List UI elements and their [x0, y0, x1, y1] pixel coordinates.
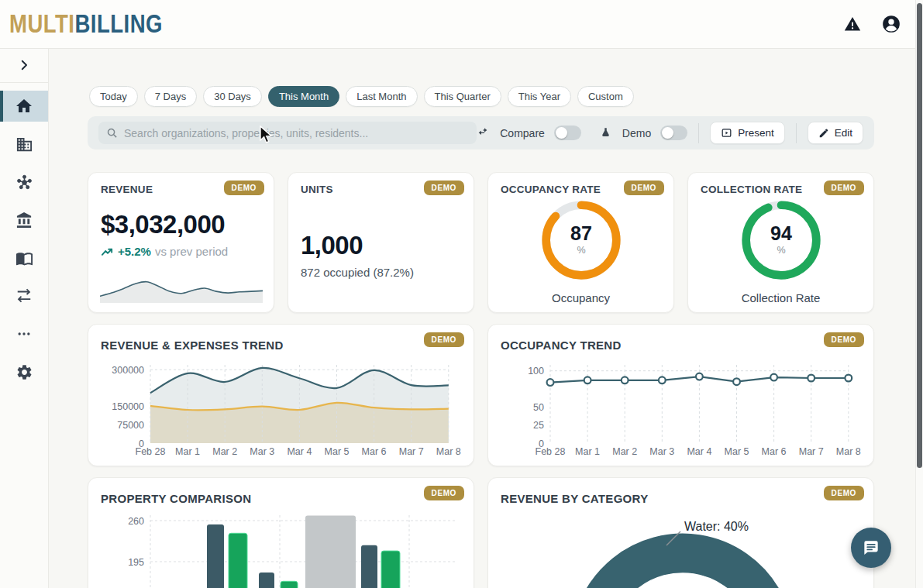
page-scrollbar: [915, 0, 923, 588]
filter-this-year[interactable]: This Year: [508, 86, 571, 107]
present-label: Present: [738, 127, 774, 139]
revenue-value: $3,032,000: [101, 210, 261, 239]
revenue-expenses-chart: 075000150000300000Feb 28Mar 1Mar 2Mar 3M…: [88, 359, 474, 461]
kpi-card-revenue: REVENUE DEMO $3,032,000 +5.2% vs prev pe…: [88, 172, 274, 313]
bank-icon: [15, 211, 33, 229]
chevron-right-icon: [17, 58, 31, 72]
svg-text:Mar 8: Mar 8: [436, 446, 461, 457]
sidebar-item-ledger[interactable]: [0, 242, 48, 273]
filter-7-days[interactable]: 7 Days: [144, 86, 197, 107]
search-box: [98, 122, 477, 144]
svg-text:Feb 28: Feb 28: [136, 446, 166, 457]
svg-text:Water: 40%: Water: 40%: [684, 520, 749, 533]
sidebar-item-home[interactable]: [0, 91, 48, 122]
revenue-by-category-card: REVENUE BY CATEGORY DEMO Water: 40%: [487, 477, 874, 588]
svg-text:Feb 28: Feb 28: [536, 446, 566, 457]
chart-title: REVENUE BY CATEGORY: [501, 492, 861, 505]
book-icon: [15, 249, 33, 267]
svg-text:300000: 300000: [112, 365, 144, 376]
filter-last-month[interactable]: Last Month: [346, 86, 417, 107]
svg-text:%: %: [777, 245, 785, 256]
svg-text:Mar 2: Mar 2: [612, 446, 637, 457]
alerts-button[interactable]: [842, 14, 863, 34]
svg-text:Mar 5: Mar 5: [725, 446, 749, 457]
edit-label: Edit: [835, 127, 852, 139]
svg-text:100: 100: [528, 366, 544, 377]
sidebar-divider: [0, 82, 48, 83]
home-icon: [15, 97, 33, 115]
sidebar-item-more[interactable]: [0, 318, 48, 349]
pencil-icon: [818, 128, 829, 139]
kpi-card-collection-rate: COLLECTION RATE DEMO 94 % Collection Rat…: [687, 172, 874, 313]
demo-badge: DEMO: [624, 181, 664, 195]
collection-gauge-label: Collection Rate: [688, 291, 873, 304]
svg-text:Mar 7: Mar 7: [799, 446, 824, 457]
svg-text:Mar 3: Mar 3: [250, 446, 274, 457]
filter-this-month[interactable]: This Month: [268, 86, 339, 107]
app-logo: MULTIBILLING: [9, 10, 163, 39]
compare-toggle-knob: [556, 127, 567, 139]
sidebar-item-organizations[interactable]: [0, 167, 48, 198]
kpi-row: REVENUE DEMO $3,032,000 +5.2% vs prev pe…: [88, 172, 874, 313]
main-content: Today 7 Days 30 Days This Month Last Mon…: [48, 48, 923, 588]
scrollbar-thumb[interactable]: [917, 3, 922, 468]
units-subtitle: 872 occupied (87.2%): [301, 266, 461, 279]
chat-icon: [861, 538, 881, 558]
svg-text:94: 94: [770, 222, 792, 244]
chat-fab-button[interactable]: [851, 528, 891, 568]
svg-text:25: 25: [533, 420, 544, 431]
filter-this-quarter[interactable]: This Quarter: [424, 86, 501, 107]
sidebar-expand-button[interactable]: [0, 48, 48, 82]
kpi-card-occupancy-rate: OCCUPANCY RATE DEMO 87 % Occupancy: [487, 172, 674, 313]
trend-caption: vs prev period: [155, 245, 228, 258]
logo-part-billing: BILLING: [74, 10, 163, 38]
edit-button[interactable]: Edit: [808, 122, 863, 144]
demo-toggle[interactable]: [660, 126, 687, 140]
property-comparison-chart: 260195: [88, 512, 474, 588]
sidebar-item-properties[interactable]: [0, 129, 48, 160]
filter-30-days[interactable]: 30 Days: [203, 86, 262, 107]
svg-text:Mar 4: Mar 4: [687, 446, 711, 457]
revenue-by-category-chart: Water: 40%: [488, 512, 873, 588]
date-range-filters: Today 7 Days 30 Days This Month Last Mon…: [89, 86, 634, 107]
present-icon: [721, 127, 732, 139]
compare-icon: [477, 127, 489, 139]
warning-triangle-icon: [843, 15, 862, 33]
filter-custom[interactable]: Custom: [577, 86, 634, 107]
demo-toggle-knob: [662, 127, 673, 139]
svg-text:%: %: [577, 245, 585, 256]
compare-label: Compare: [500, 127, 545, 139]
chart-title: REVENUE & EXPENSES TREND: [101, 339, 461, 352]
present-button[interactable]: Present: [710, 122, 785, 144]
sidebar-item-banking[interactable]: [0, 205, 48, 236]
units-value: 1,000: [301, 231, 461, 260]
svg-text:Mar 6: Mar 6: [762, 446, 787, 457]
search-icon: [106, 127, 118, 139]
demo-badge: DEMO: [224, 181, 264, 195]
revenue-sparkline: [100, 275, 262, 303]
ellipsis-icon: [16, 326, 32, 342]
svg-text:75000: 75000: [117, 420, 144, 431]
toolbar: Compare Demo Present Edit: [88, 116, 874, 150]
flask-icon: [600, 127, 611, 139]
search-input[interactable]: [98, 122, 477, 144]
app-header: MULTIBILLING: [0, 0, 923, 49]
sidebar: [0, 48, 49, 588]
bottom-charts-row: PROPERTY COMPARISON DEMO 260195 REVENUE …: [88, 477, 874, 588]
sidebar-item-transactions[interactable]: [0, 280, 48, 311]
chart-title: OCCUPANCY TREND: [501, 339, 861, 352]
demo-badge: DEMO: [824, 181, 864, 195]
demo-badge: DEMO: [424, 486, 464, 500]
svg-text:Mar 5: Mar 5: [325, 446, 350, 457]
svg-text:260: 260: [128, 516, 144, 527]
collection-gauge: 94 %: [701, 198, 861, 282]
swap-arrows-icon: [15, 287, 33, 304]
svg-text:Mar 2: Mar 2: [212, 446, 237, 457]
svg-text:Mar 1: Mar 1: [575, 446, 600, 457]
filter-today[interactable]: Today: [89, 86, 138, 107]
kpi-card-units: UNITS DEMO 1,000 872 occupied (87.2%): [288, 172, 474, 313]
compare-toggle[interactable]: [554, 126, 581, 140]
account-button[interactable]: [881, 14, 901, 34]
sidebar-item-settings[interactable]: [0, 356, 48, 387]
trend-up-icon: [101, 246, 114, 257]
